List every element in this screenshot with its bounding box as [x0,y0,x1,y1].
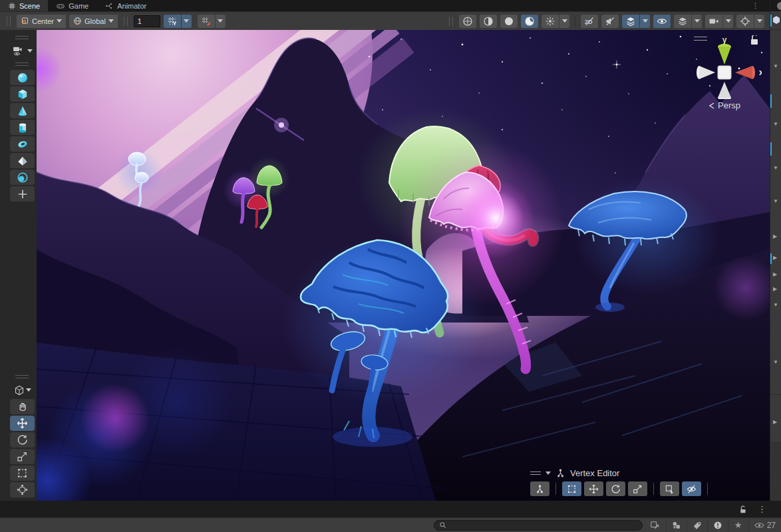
scene-viewport[interactable]: y x [37,30,770,501]
effects-dropdown[interactable] [559,15,569,28]
tab-bar-menu-kebab-icon[interactable]: ⋮ [752,1,759,11]
tab-game[interactable]: Game [48,0,96,11]
vertex-editor-separator [653,483,654,495]
search-field[interactable] [434,520,643,531]
move-icon [589,484,599,494]
vertex-editor-separator [555,483,556,495]
layers-button[interactable] [674,15,691,28]
increment-snap-button[interactable] [198,15,215,28]
foldout-arrow[interactable]: ▼ [773,199,778,204]
sphere-icon [17,72,29,84]
transform-tool-button[interactable] [10,482,35,497]
vertex-mode-button[interactable] [530,481,549,496]
rotate-icon [611,484,621,494]
tab-label: Animator [117,2,146,10]
fx-layers-icon [625,16,636,27]
foldout-arrow[interactable]: ▼ [773,303,778,308]
filter-by-type-button[interactable] [666,518,687,532]
fx-layers-button[interactable] [622,15,639,28]
tab-scene[interactable]: Scene [0,0,48,11]
grid-snap-dropdown[interactable] [182,15,192,28]
create-circle-button[interactable] [10,170,35,185]
create-torus-button[interactable] [10,136,35,152]
transform-icon [17,484,28,495]
rect-tool-button[interactable] [10,466,35,481]
panel-menu-kebab-icon[interactable]: ⋮ [758,504,766,514]
draw-mode-wire-button[interactable] [459,15,476,28]
move-tool-button[interactable] [10,416,35,431]
filter-by-label-button[interactable] [687,518,707,532]
vertex-editor-collapse-caret[interactable] [546,471,551,475]
orientation-gizmo[interactable]: y x [687,35,762,116]
vertex-box-select-button[interactable] [660,481,679,496]
search-input[interactable] [449,521,637,529]
audio-toggle-button[interactable] [601,15,619,28]
fx-layers-dropdown[interactable] [640,15,650,28]
vertex-rect-select-button[interactable] [562,481,581,496]
lower-panel-header: ⋮ [0,501,781,517]
camera-settings-dropdown[interactable] [723,15,733,28]
camera-preview-button[interactable] [10,43,35,59]
tool-settings-button[interactable] [10,382,35,398]
foldout-arrow[interactable]: ▼ [773,64,778,69]
star-icon: ★ [734,520,742,530]
overlay-drag-handle[interactable] [15,63,29,66]
half-sphere-icon [483,16,494,27]
search-picker-button[interactable] [648,521,660,530]
overlay-drag-handle[interactable] [15,375,29,378]
hidden-count: 27 [767,521,776,530]
prefab-icon [773,16,780,24]
alerts-button[interactable] [707,518,728,532]
vertex-scale-button[interactable] [628,481,647,496]
layers-dropdown[interactable] [692,15,702,28]
scene-visibility-counter[interactable]: 27 [748,518,781,532]
foldout-arrow[interactable]: ▶ [773,272,777,277]
add-shape-button[interactable] [10,186,35,201]
hand-tool-button[interactable] [10,399,35,414]
toolbar-drag-handle[interactable] [7,17,11,26]
vertex-rotate-button[interactable] [606,481,625,496]
unlock-icon[interactable] [738,505,747,514]
lighting-toggle-button[interactable] [521,15,538,28]
pivot-center-icon [21,17,29,25]
vertex-hide-button[interactable] [682,481,701,496]
vertex-move-button[interactable] [584,481,603,496]
increment-snap-dropdown[interactable] [216,15,226,28]
orientation-dropdown[interactable]: Global [69,15,118,28]
foldout-arrow[interactable]: ▼ [773,360,778,365]
overlay-drag-handle[interactable] [15,36,29,39]
vertex-editor-drag-handle[interactable] [530,471,541,475]
create-cylinder-button[interactable] [10,120,35,135]
favorites-button[interactable]: ★ [728,518,748,532]
2d-toggle-button[interactable]: 2D [581,15,598,28]
projection-mode-toggle[interactable]: Persp [687,100,762,110]
grid-snap-button[interactable]: Y [164,15,181,28]
gizmo-y-label: y [722,35,727,45]
effects-button[interactable] [542,15,559,28]
gizmos-button[interactable] [736,15,754,28]
eye-slash-icon [687,484,697,494]
pivot-mode-dropdown[interactable]: Center [17,15,66,28]
scale-tool-button[interactable] [10,449,35,464]
tab-animator[interactable]: Animator [96,0,154,11]
foldout-arrow[interactable]: ▶ [773,255,777,261]
scene-visibility-button[interactable] [653,15,671,28]
draw-mode-shaded-button[interactable] [500,15,518,28]
foldout-arrow[interactable]: ▼ [773,122,778,127]
plane-icon [17,155,29,167]
camera-preview-icon [13,46,26,57]
create-plane-button[interactable] [10,153,35,168]
create-cube-button[interactable] [10,86,35,102]
gizmos-dropdown[interactable] [754,15,764,28]
create-cone-button[interactable] [10,103,35,118]
foldout-arrow[interactable]: ▶ [773,287,777,292]
rotate-tool-button[interactable] [10,432,35,448]
camera-settings-button[interactable] [705,15,722,28]
foldout-arrow[interactable]: ▶ [773,234,777,239]
foldout-arrow[interactable]: ▶ [773,420,777,425]
create-sphere-button[interactable] [10,70,35,85]
plus-icon [17,188,29,200]
foldout-arrow[interactable]: ▼ [773,166,778,171]
snap-increment-input[interactable] [134,15,160,27]
draw-mode-shaded-wire-button[interactable] [480,15,497,28]
